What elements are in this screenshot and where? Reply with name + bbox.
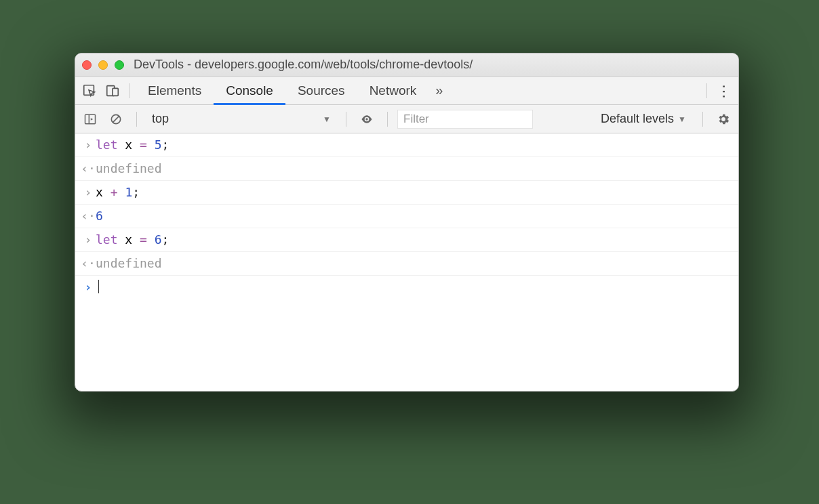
kebab-icon: ⋯ — [715, 84, 733, 98]
main-tabs-bar: Elements Console Sources Network » ⋯ — [75, 77, 738, 105]
console-input-line: ›let x = 5; — [75, 133, 738, 157]
prompt-out-icon: ‹· — [81, 207, 96, 225]
log-levels-label: Default levels — [601, 112, 674, 126]
console-output-line: ‹·6 — [75, 205, 738, 228]
clear-console-icon[interactable] — [105, 105, 127, 133]
console-input[interactable] — [96, 278, 99, 296]
execution-context-value: top — [152, 112, 169, 126]
svg-rect-2 — [113, 88, 118, 96]
live-expression-icon[interactable] — [356, 105, 378, 133]
toggle-device-toolbar-icon[interactable] — [101, 77, 124, 105]
prompt-in-icon: › — [81, 136, 96, 154]
console-settings-icon[interactable] — [713, 105, 734, 133]
tab-network[interactable]: Network — [357, 77, 429, 105]
separator — [387, 112, 388, 127]
svg-point-7 — [365, 118, 367, 120]
titlebar: DevTools - developers.google.com/web/too… — [75, 54, 738, 77]
svg-line-6 — [113, 116, 119, 122]
more-options-button[interactable]: ⋯ — [713, 82, 736, 100]
separator — [702, 112, 703, 127]
console-toolbar: top ▼ Default levels ▼ — [75, 105, 738, 133]
tab-console[interactable]: Console — [214, 77, 285, 105]
dropdown-triangle-icon: ▼ — [323, 114, 331, 124]
console-input-line: ›x + 1; — [75, 181, 738, 205]
show-console-sidebar-icon[interactable] — [79, 105, 101, 133]
separator — [136, 112, 137, 127]
code-content: let x = 6; — [96, 231, 169, 249]
console-output-line: ‹·undefined — [75, 252, 738, 276]
tabs-overflow-button[interactable]: » — [428, 83, 450, 98]
prompt-in-icon: › — [81, 184, 96, 201]
svg-rect-3 — [85, 114, 96, 123]
separator — [706, 83, 707, 98]
maximize-window-button[interactable] — [115, 60, 124, 70]
code-content: x + 1; — [96, 184, 140, 201]
tab-elements[interactable]: Elements — [136, 77, 214, 105]
code-content: undefined — [96, 160, 162, 177]
console-input-line: ›let x = 6; — [75, 228, 738, 252]
separator — [346, 112, 346, 127]
console-output-line: ‹·undefined — [75, 157, 738, 181]
code-content: undefined — [96, 255, 162, 272]
code-content: 6 — [96, 207, 103, 225]
filter-input[interactable] — [397, 110, 533, 129]
prompt-out-icon: ‹· — [81, 255, 96, 272]
console-prompt-line[interactable]: › — [75, 276, 738, 299]
prompt-in-icon: › — [81, 231, 96, 249]
code-content: let x = 5; — [96, 136, 169, 154]
log-levels-selector[interactable]: Default levels ▼ — [594, 112, 693, 126]
console-output: ›let x = 5;‹·undefined›x + 1;‹·6›let x =… — [75, 133, 738, 299]
window-title: DevTools - developers.google.com/web/too… — [134, 58, 732, 72]
execution-context-selector[interactable]: top ▼ — [146, 110, 336, 129]
window-controls — [82, 60, 124, 70]
tab-sources[interactable]: Sources — [285, 77, 357, 105]
dropdown-triangle-icon: ▼ — [678, 114, 686, 124]
inspect-element-icon[interactable] — [78, 77, 101, 105]
prompt-out-icon: ‹· — [81, 160, 96, 177]
separator — [129, 83, 130, 98]
close-window-button[interactable] — [82, 60, 92, 70]
minimize-window-button[interactable] — [98, 60, 108, 70]
devtools-window: DevTools - developers.google.com/web/too… — [75, 53, 739, 392]
prompt-active-icon: › — [81, 278, 96, 296]
